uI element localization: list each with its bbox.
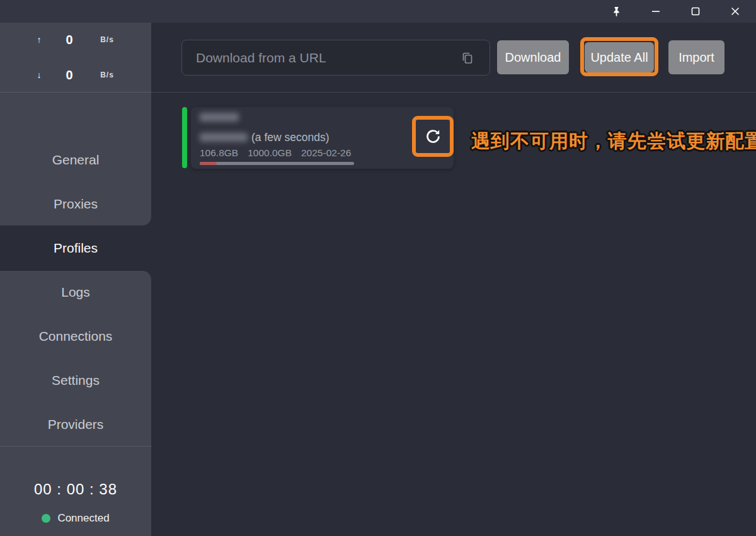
- sidebar-item-providers[interactable]: Providers: [0, 402, 151, 447]
- annotation-tip-text: 遇到不可用时，请先尝试更新配置: [471, 128, 756, 154]
- sidebar-item-settings[interactable]: Settings: [0, 358, 151, 402]
- redacted-profile-name: [200, 113, 239, 122]
- profile-subtitle-row: (a few seconds): [200, 131, 329, 144]
- app-window: ↑ 0 B/s ↓ 0 B/s General Proxies Profiles…: [0, 0, 756, 536]
- redacted-profile-url: [200, 133, 248, 142]
- sidebar-item-proxies[interactable]: Proxies: [0, 182, 151, 226]
- traffic-used: 106.8GB: [200, 147, 238, 159]
- import-button[interactable]: Import: [668, 40, 724, 74]
- upload-arrow-icon: ↑: [33, 35, 45, 45]
- profile-stats-row: 106.8GB 1000.0GB 2025-02-26: [200, 147, 351, 159]
- toolbar-divider: [0, 92, 756, 93]
- uptime-timer: 00 : 00 : 38: [0, 481, 151, 498]
- progress-fill: [200, 162, 217, 165]
- expiry-date: 2025-02-26: [301, 147, 351, 159]
- minimize-icon[interactable]: [641, 0, 670, 23]
- download-arrow-icon: ↓: [33, 70, 45, 80]
- sidebar-item-general[interactable]: General: [0, 138, 151, 182]
- download-button[interactable]: Download: [497, 40, 569, 74]
- upload-speed-unit: B/s: [94, 35, 120, 44]
- connection-status: Connected: [0, 510, 151, 527]
- main-content: Download Update All Import (a few second…: [151, 23, 756, 536]
- download-speed-unit: B/s: [94, 71, 120, 79]
- sidebar: ↑ 0 B/s ↓ 0 B/s General Proxies Profiles…: [0, 23, 151, 536]
- profile-card[interactable]: (a few seconds) 106.8GB 1000.0GB 2025-02…: [191, 107, 454, 169]
- traffic-progress-track: [200, 162, 354, 165]
- copy-icon[interactable]: [458, 49, 477, 67]
- refresh-profile-button[interactable]: [415, 119, 450, 154]
- sidebar-item-profiles[interactable]: Profiles: [0, 226, 151, 270]
- sidebar-item-logs[interactable]: Logs: [0, 270, 151, 314]
- traffic-total: 1000.0GB: [248, 147, 292, 159]
- upload-speed-value: 0: [50, 33, 88, 47]
- update-all-button[interactable]: Update All: [585, 42, 654, 72]
- maximize-icon[interactable]: [681, 0, 710, 23]
- url-input[interactable]: [181, 40, 490, 76]
- titlebar: [0, 0, 756, 23]
- pin-icon[interactable]: [602, 0, 631, 23]
- close-icon[interactable]: [721, 0, 750, 23]
- upload-speed: ↑ 0 B/s: [0, 30, 151, 49]
- download-speed: ↓ 0 B/s: [0, 66, 151, 84]
- profile-active-accent-bar: [182, 107, 187, 168]
- sidebar-item-connections[interactable]: Connections: [0, 314, 151, 358]
- profile-updated-ago: (a few seconds): [251, 131, 329, 144]
- status-dot-icon: [42, 514, 50, 523]
- status-label: Connected: [57, 512, 109, 525]
- download-speed-value: 0: [50, 68, 88, 83]
